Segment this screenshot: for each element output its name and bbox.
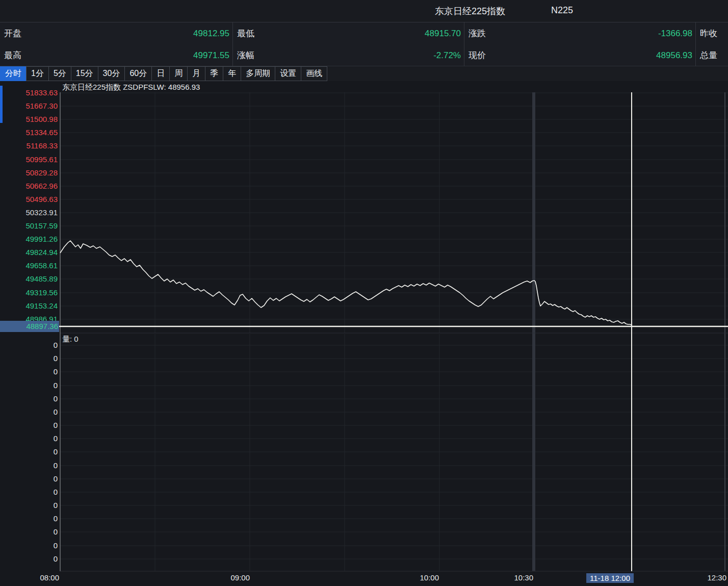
tab-季[interactable]: 季 [205, 66, 223, 81]
time-axis-label: 09:00 [230, 573, 250, 582]
price-axis-label: 51168.33 [0, 141, 58, 150]
price-axis-label: 49824.94 [0, 248, 58, 257]
volume-axis-label: 0 [0, 514, 58, 523]
intraday-chart-canvas[interactable] [0, 81, 728, 586]
tab-年[interactable]: 年 [223, 66, 241, 81]
crosshair-time-tag: 11-18 12:00 [586, 573, 634, 583]
price-axis-label: 50157.59 [0, 221, 58, 231]
quote-label: 现价 [469, 49, 486, 61]
quote-cell: -2.72%涨幅 [233, 44, 464, 66]
price-axis-label: 50995.61 [0, 155, 58, 164]
tab-日[interactable]: 日 [151, 66, 170, 81]
current-price-tag: 48897.36 [0, 321, 59, 332]
volume-axis-label: 0 [0, 501, 58, 510]
tab-周[interactable]: 周 [169, 66, 188, 81]
price-axis-label: 50496.63 [0, 195, 58, 204]
price-axis-label: 51334.65 [0, 128, 58, 137]
quote-label: 最低 [237, 28, 254, 39]
chart-period-tabs: 分时1分5分15分30分60分日周月季年多周期设置画线 [0, 66, 728, 81]
volume-axis-label: 0 [0, 341, 58, 350]
time-axis-label: 12:30 [707, 573, 726, 582]
price-axis-label: 49153.24 [0, 301, 58, 311]
price-axis-label: 49991.26 [0, 235, 58, 244]
price-axis-label: 49485.89 [0, 274, 58, 284]
quote-label: 涨幅 [237, 49, 254, 61]
time-axis-label: 08:00 [40, 573, 59, 582]
quote-value: 48956.93 [656, 50, 692, 61]
price-axis-label: 49658.61 [0, 261, 58, 270]
price-axis-label: 50662.96 [0, 182, 58, 191]
price-axis-label: 51667.30 [0, 101, 58, 111]
title-bar: 东京日经225指数 N225 [0, 0, 728, 22]
price-axis-label: 49319.56 [0, 288, 58, 297]
price-line [60, 241, 632, 325]
session-break-band [532, 92, 535, 571]
tab-15分[interactable]: 15分 [71, 66, 98, 81]
volume-axis-label: 0 [0, 461, 58, 470]
volume-axis-label: 0 [0, 407, 58, 417]
quote-value: 49812.95 [193, 29, 229, 39]
volume-indicator-label: 量: 0 [62, 335, 79, 344]
tab-30分[interactable]: 30分 [98, 66, 125, 81]
quote-value: 49971.55 [193, 50, 229, 61]
quote-row-2: 49971.55最高-2.72%涨幅48956.93现价总量 [0, 44, 728, 66]
price-axis-label: 51833.63 [0, 88, 58, 97]
volume-axis-label: 0 [0, 394, 58, 403]
volume-axis-label: 0 [0, 434, 58, 443]
price-axis-label: 50323.91 [0, 208, 58, 217]
quote-cell: 48956.93现价 [464, 44, 696, 66]
volume-axis-label: 0 [0, 421, 58, 430]
instrument-symbol: N225 [551, 5, 573, 16]
volume-axis-label: 0 [0, 381, 58, 390]
instrument-title: 东京日经225指数 [435, 5, 505, 17]
time-axis-label: 10:00 [420, 573, 439, 582]
volume-axis-label: 0 [0, 488, 58, 497]
quote-value: -1366.98 [658, 29, 692, 39]
volume-axis-label: 0 [0, 354, 58, 363]
price-axis-label: 50829.28 [0, 168, 58, 177]
quote-label: 昨收 [700, 28, 717, 39]
quote-cell: 48915.70最低 [233, 22, 464, 44]
volume-axis-label: 0 [0, 541, 58, 550]
time-axis-label: 10:30 [514, 573, 533, 582]
volume-axis-label: 0 [0, 527, 58, 537]
tab-画线[interactable]: 画线 [301, 66, 327, 81]
quote-cell: 49971.55最高 [0, 44, 233, 66]
chart-area[interactable]: 东京日经225指数 ZSDPFSLW: 48956.93 51833.63516… [0, 81, 728, 586]
quote-value: -2.72% [433, 50, 461, 61]
price-axis-label: 51500.98 [0, 115, 58, 124]
quote-label: 开盘 [4, 28, 21, 39]
quote-label: 最高 [4, 49, 21, 61]
tab-多周期[interactable]: 多周期 [241, 66, 275, 81]
tab-分时[interactable]: 分时 [0, 66, 27, 81]
tab-1分[interactable]: 1分 [26, 66, 49, 81]
quote-cell: 总量 [696, 44, 728, 66]
quote-cell: 49812.95开盘 [0, 22, 233, 44]
quote-cell: -1366.98涨跌 [464, 22, 696, 44]
volume-axis-label: 0 [0, 367, 58, 376]
volume-axis-label: 0 [0, 474, 58, 483]
quote-value: 48915.70 [425, 29, 461, 39]
volume-axis-label: 0 [0, 447, 58, 456]
tab-5分[interactable]: 5分 [48, 66, 71, 81]
chart-legend: 东京日经225指数 ZSDPFSLW: 48956.93 [62, 83, 200, 92]
quote-row-1: 49812.95开盘48915.70最低-1366.98涨跌昨收 [0, 22, 728, 44]
tab-60分[interactable]: 60分 [124, 66, 152, 81]
quote-label: 总量 [700, 49, 717, 61]
volume-axis-label: 0 [0, 554, 58, 564]
quote-cell: 昨收 [696, 22, 728, 44]
tab-设置[interactable]: 设置 [275, 66, 301, 81]
trading-app-window: 东京日经225指数 N225 49812.95开盘48915.70最低-1366… [0, 0, 728, 586]
quote-info-panel: 49812.95开盘48915.70最低-1366.98涨跌昨收 49971.5… [0, 22, 728, 66]
quote-label: 涨跌 [469, 28, 486, 39]
tab-月[interactable]: 月 [187, 66, 205, 81]
